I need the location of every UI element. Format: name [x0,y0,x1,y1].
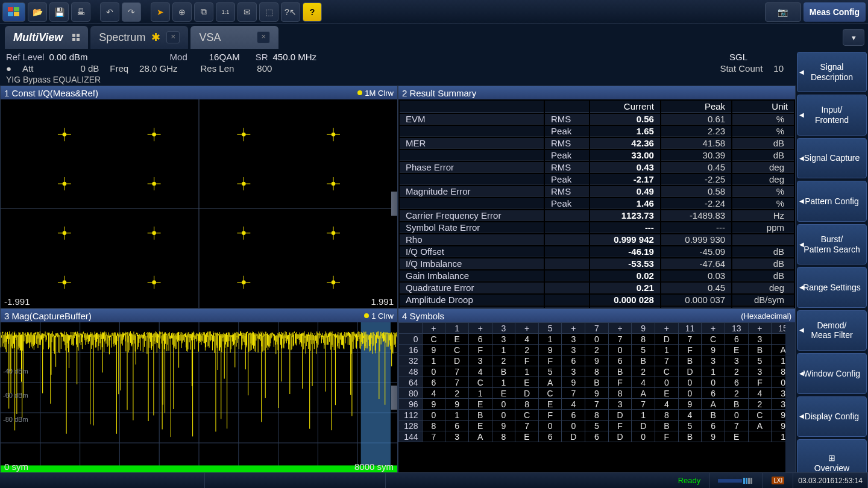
svg-rect-420 [233,334,234,345]
svg-rect-247 [119,336,119,337]
svg-rect-614 [362,333,362,346]
svg-rect-620 [365,332,366,349]
svg-rect-363 [196,334,197,339]
chevron-left-icon: ◀ [799,111,804,119]
svg-rect-172 [69,335,70,340]
svg-rect-135 [45,331,45,336]
save-icon[interactable]: 💾 [49,2,69,22]
panel3-mode: 1 Clrw [371,311,394,321]
svg-rect-415 [230,335,231,352]
camera-icon[interactable]: 📷 [765,2,801,22]
sidebar-pattern-config[interactable]: ◀Pattern Config [797,181,867,221]
meas-config-button[interactable]: Meas Config [804,2,866,22]
zoom-multi-icon[interactable]: ⧉ [194,2,213,22]
svg-rect-162 [63,335,63,342]
zoom-in-icon[interactable]: ⊕ [172,2,192,22]
svg-rect-427 [238,333,239,339]
svg-rect-440 [247,332,247,345]
svg-rect-68 [1,333,1,348]
tab-multiview[interactable]: MultiView [5,26,88,49]
svg-rect-572 [334,334,335,350]
svg-rect-431 [241,331,241,336]
redo-icon[interactable]: ↷ [122,2,141,22]
snapshot-icon[interactable]: ✉ [237,2,257,22]
svg-rect-243 [116,336,117,434]
panel3-body[interactable]: -40 dBm -60 dBm -80 dBm 0 sym 8000 sym [1,322,397,473]
svg-rect-293 [149,333,150,339]
panel4-title-bar[interactable]: 4 Symbols (Hexadecimal) [398,309,795,322]
help-pointer-icon[interactable]: ?↖ [281,2,300,22]
svg-rect-117 [33,333,34,346]
svg-rect-395 [217,333,218,348]
svg-rect-308 [159,331,160,349]
svg-rect-250 [121,334,122,344]
panel2-title-bar[interactable]: 2 Result Summary [398,86,795,99]
svg-rect-534 [309,334,309,336]
svg-rect-380 [207,332,207,346]
panel3-title: 3 Mag(CaptureBuffer) [4,311,92,321]
panel3-xmax: 8000 sym [354,461,394,472]
sidebar-range-settings[interactable]: ◀Range Settings [797,267,867,307]
sidebar-demod-meas-filter[interactable]: ◀Demod/Meas Filter [797,310,867,351]
svg-rect-329 [173,334,174,409]
svg-rect-182 [76,334,77,345]
svg-rect-565 [329,333,330,342]
panel1-title-bar[interactable]: 1 Const I/Q(Meas&Ref) 1M Clrw [1,86,397,99]
svg-rect-580 [339,336,339,349]
close-icon[interactable]: × [166,31,180,43]
svg-rect-595 [349,333,350,345]
splitter-handle[interactable] [391,386,398,410]
svg-rect-122 [36,336,37,344]
panel1-body[interactable]: -1.991 1.991 [1,99,397,308]
stat-value: 10 [773,63,784,74]
svg-rect-69 [1,336,2,338]
status-seg-2 [205,473,386,488]
svg-rect-386 [211,334,212,340]
help-icon[interactable]: ? [303,2,322,22]
tab-spectrum[interactable]: Spectrum ✱ × [90,26,188,49]
scrollbar[interactable] [785,322,795,473]
svg-rect-280 [140,335,141,338]
svg-rect-496 [283,336,284,348]
sidebar-display-config[interactable]: ◀Display Config [797,396,867,437]
sidebar-signal-capture[interactable]: ◀Signal Capture [797,138,867,178]
layout-icon[interactable]: ⬚ [259,2,278,22]
svg-rect-106 [26,335,27,344]
sidebar-window-config[interactable]: ◀Window Config [797,353,867,393]
splitter-handle[interactable] [391,192,398,216]
start-menu-button[interactable] [2,2,25,22]
close-icon[interactable]: × [257,31,270,43]
svg-rect-637 [377,335,377,337]
svg-rect-582 [341,333,341,340]
svg-rect-575 [336,334,336,338]
svg-rect-423 [235,333,236,340]
svg-rect-502 [288,335,288,341]
print-icon[interactable]: 🖶 [71,2,90,22]
sidebar-burst-pattern-search[interactable]: ◀Burst/Pattern Search [797,224,867,264]
pointer-icon[interactable]: ➤ [151,2,170,22]
panel-result-summary: 2 Result Summary CurrentPeakUnitEVMRMS0.… [398,86,796,308]
svg-rect-2 [8,12,13,16]
svg-rect-350 [187,334,187,352]
svg-rect-597 [350,334,351,395]
svg-rect-256 [125,332,125,342]
svg-rect-437 [245,336,245,345]
undo-icon[interactable]: ↶ [100,2,119,22]
chevron-left-icon: ◀ [799,413,804,420]
svg-rect-554 [322,333,322,340]
zoom-reset-icon[interactable]: 1:1 [216,2,235,22]
svg-rect-505 [289,333,290,394]
sidebar-signal-description[interactable]: ◀Signal Description [797,52,867,92]
sidebar-input-frontend[interactable]: ◀Input/Frontend [797,95,867,135]
tab-vsa[interactable]: VSA × [190,26,278,49]
panel3-title-bar[interactable]: 3 Mag(CaptureBuffer) 1 Clrw [1,309,397,322]
svg-rect-107 [27,335,27,344]
svg-rect-412 [228,333,228,347]
svg-rect-622 [367,336,368,349]
svg-rect-225 [104,331,105,341]
open-icon[interactable]: 📂 [28,2,47,22]
tab-dropdown[interactable]: ▾ [843,29,864,46]
svg-rect-644 [382,334,382,336]
tab-spectrum-label: Spectrum [99,31,145,44]
svg-rect-164 [64,331,64,342]
